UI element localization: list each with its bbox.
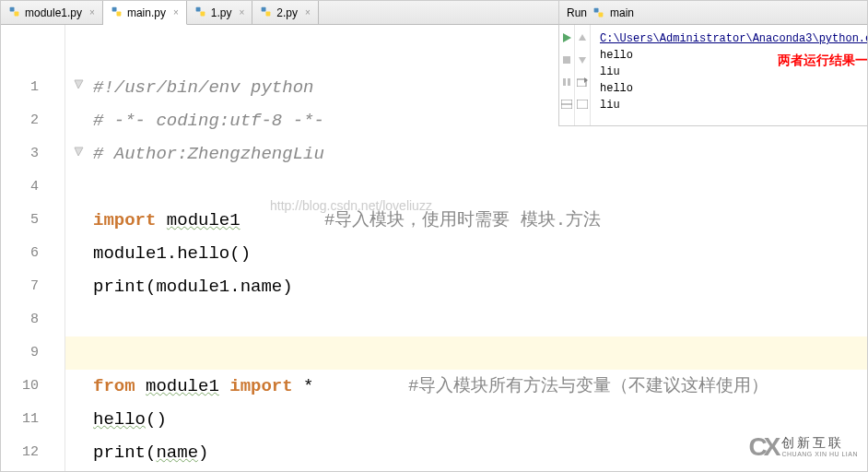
close-icon[interactable]: × (89, 7, 95, 18)
line-number: 7 (1, 270, 65, 303)
logo-icon: CX (749, 432, 778, 462)
python-icon (194, 6, 206, 20)
run-label: Run (567, 6, 587, 19)
close-icon[interactable]: × (305, 7, 311, 18)
run-panel-header: Run main (558, 1, 867, 25)
python-icon (592, 6, 604, 18)
code-line[interactable]: print(module1.name) (93, 270, 867, 303)
svg-rect-5 (200, 11, 205, 16)
editor-area: 123456789101112 http://blog.csdn.net/lov… (1, 25, 867, 471)
close-icon[interactable]: × (239, 7, 244, 18)
code-line[interactable] (93, 171, 867, 204)
tab-main[interactable]: main.py × (103, 1, 187, 25)
logo-small: CHUANG XIN HU LIAN (781, 451, 858, 458)
tab-2py[interactable]: 2.py × (252, 1, 319, 24)
code-line[interactable]: # Author:ZhengzhengLiu (93, 137, 867, 171)
svg-rect-9 (599, 13, 604, 18)
gutter: 123456789101112 (1, 25, 65, 471)
code-line[interactable]: hello() (93, 403, 867, 436)
line-number: 4 (1, 171, 65, 204)
svg-rect-8 (594, 8, 599, 13)
code-line[interactable]: #!/usr/bin/env python (93, 71, 867, 104)
line-number: 9 (1, 336, 65, 370)
tab-1py[interactable]: 1.py × (187, 1, 253, 24)
svg-rect-4 (195, 6, 200, 11)
code-line[interactable] (93, 303, 867, 336)
tab-label: main.py (127, 6, 166, 19)
svg-rect-6 (262, 6, 266, 11)
svg-rect-3 (116, 11, 121, 16)
code-line[interactable]: from module1 import * #导入模块所有方法与变量（不建议这样… (93, 370, 867, 403)
line-number: 10 (1, 370, 65, 403)
tab-module1[interactable]: module1.py × (1, 1, 103, 24)
code-line[interactable]: # -*- coding:utf-8 -*- (93, 104, 867, 137)
close-icon[interactable]: × (173, 7, 179, 18)
run-config-name: main (610, 6, 634, 19)
code-area[interactable]: http://blog.csdn.net/loveliuzz #!/usr/bi… (65, 25, 867, 471)
code-line[interactable]: module1.hello() (93, 237, 867, 270)
line-number: 11 (1, 403, 65, 436)
line-number: 6 (1, 237, 65, 270)
python-icon (260, 6, 272, 20)
line-number: 5 (1, 204, 65, 237)
line-number: 12 (1, 436, 65, 469)
line-number: 8 (1, 303, 65, 336)
tab-label: 1.py (211, 6, 232, 19)
line-number: 3 (1, 137, 65, 171)
logo-watermark: CX 创新互联 CHUANG XIN HU LIAN (749, 432, 858, 462)
code-line[interactable]: import module1 #导入模块，使用时需要 模块.方法 (93, 204, 867, 237)
code-line[interactable] (93, 336, 867, 370)
svg-rect-2 (112, 6, 117, 11)
python-icon (8, 6, 20, 20)
line-number: 1 (1, 71, 65, 104)
logo-big: 创新互联 (781, 435, 858, 451)
svg-rect-0 (10, 6, 15, 11)
tab-label: module1.py (25, 6, 82, 19)
tab-label: 2.py (276, 6, 298, 19)
line-number: 2 (1, 104, 65, 137)
python-icon (111, 6, 123, 20)
watermark-url: http://blog.csdn.net/loveliuzz (270, 198, 432, 213)
svg-rect-7 (266, 11, 271, 16)
svg-rect-1 (15, 11, 19, 16)
